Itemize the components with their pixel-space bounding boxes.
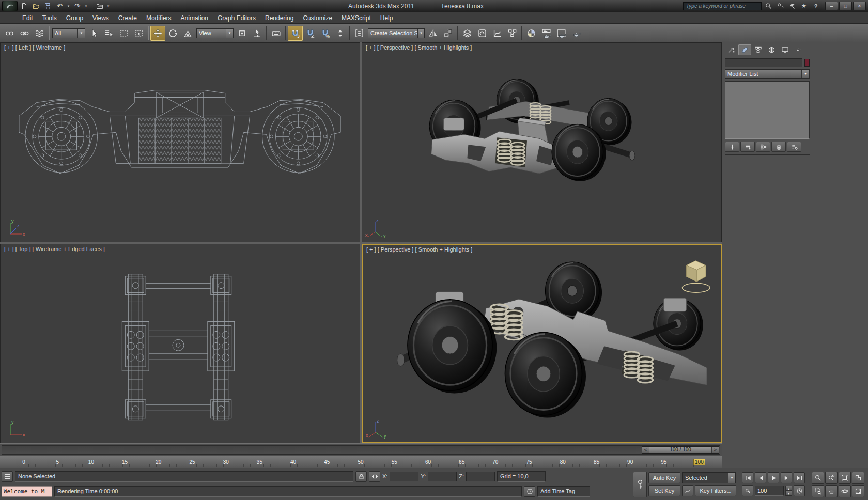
viewport-label[interactable]: [ + ] [ Top ] [ Wireframe + Edged Faces … [4,246,105,252]
time-slider-handle[interactable]: < 100 / 100 > [642,446,719,454]
bogie-wireframe-top[interactable] [122,274,234,420]
key-mode-toggle-button[interactable] [742,485,753,496]
select-and-link-button[interactable] [2,26,17,41]
left-view-canvas[interactable] [1,43,360,242]
object-color-swatch[interactable] [804,59,810,67]
named-selection-sets-dropdown[interactable]: Create Selection Se ▾ [368,28,425,38]
time-tag-clock-button[interactable] [524,486,535,497]
current-frame-input[interactable] [755,486,784,496]
viewport-label[interactable]: [ + ] [ Perspective ] [ Smooth + Highlig… [366,246,472,253]
zoom-button[interactable] [812,472,824,484]
edit-named-selection-sets-button[interactable] [352,26,367,41]
tab-hierarchy[interactable] [752,44,765,55]
object-name-input[interactable] [725,58,802,67]
time-configuration-button[interactable] [794,485,805,496]
select-object-button[interactable] [86,26,101,41]
y-coordinate-input[interactable] [428,472,457,481]
frame-tick-label[interactable]: 95 [660,459,668,465]
key-filters-button[interactable]: Key Filters... [695,485,736,496]
search-input[interactable] [683,2,762,10]
previous-frame-arrow[interactable]: < [642,447,649,453]
angle-snap-toggle-button[interactable] [303,26,318,41]
select-by-name-button[interactable] [101,26,116,41]
next-frame-arrow[interactable]: > [711,447,719,453]
frame-tick-label[interactable]: 15 [121,459,129,465]
unlink-selection-button[interactable] [17,26,32,41]
previous-frame-button[interactable] [755,472,766,483]
x-coordinate-input[interactable] [390,472,419,481]
keyboard-shortcut-override-toggle[interactable] [269,26,284,41]
frame-tick-label[interactable]: 70 [491,459,500,465]
mini-listener-toggle-button[interactable] [2,471,13,482]
snaps-toggle-button[interactable]: 3 [288,26,303,41]
bind-to-space-warp-button[interactable] [32,26,47,41]
spinner-down-icon[interactable]: ▾ [785,491,792,496]
frame-tick-label[interactable]: 45 [323,459,331,465]
menu-item[interactable]: Animation [176,13,213,23]
viewport-top-right[interactable]: [ + ] [ Perspective ] [ Smooth + Highlig… [362,42,722,242]
frame-tick-label[interactable]: 85 [592,459,600,465]
frame-tick-label[interactable]: 0 [20,459,28,465]
menu-item[interactable]: Create [114,13,142,23]
perspective-view-canvas[interactable] [362,43,721,242]
viewport-label[interactable]: [ + ] [ Perspective ] [ Smooth + Highlig… [366,44,472,51]
zoom-all-button[interactable] [825,472,838,484]
zoom-extents-button[interactable] [839,472,851,484]
frame-tick-label[interactable]: 65 [458,459,466,465]
go-to-end-button[interactable] [794,472,805,483]
frame-tick-label[interactable]: 10 [87,459,95,465]
zoom-region-button[interactable] [812,485,824,497]
open-file-button[interactable] [30,1,41,11]
set-keys-button[interactable] [633,472,647,497]
select-and-move-button[interactable] [150,26,165,41]
frame-tick-label[interactable]: 50 [357,459,365,465]
tab-display[interactable] [779,44,792,55]
minimize-button[interactable]: – [825,2,838,10]
subscription-center-button[interactable] [775,2,785,11]
render-production-button[interactable] [569,26,584,41]
save-file-button[interactable] [42,1,53,11]
default-tangents-button[interactable] [682,485,693,496]
rectangular-selection-region-button[interactable] [116,26,131,41]
frame-tick-label[interactable]: 40 [289,459,298,465]
viewport-top-left[interactable]: [ + ] [ Left ] [ Wireframe ] y x z [0,42,360,242]
play-animation-button[interactable] [768,472,779,483]
bogie-model[interactable] [397,261,707,417]
select-and-rotate-button[interactable] [165,26,180,41]
next-frame-button[interactable] [781,472,792,483]
spinner-up-icon[interactable]: ▴ [785,486,792,491]
undo-button[interactable]: ↶ [54,1,65,11]
menu-item[interactable]: Group [61,13,88,23]
frame-tick-label[interactable]: 20 [154,459,163,465]
viewport-bottom-left[interactable]: [ + ] [ Top ] [ Wireframe + Edged Faces … [0,244,360,444]
select-and-manipulate-button[interactable] [250,26,265,41]
menu-item[interactable]: Edit [18,13,38,23]
frame-tick-label[interactable]: 75 [525,459,533,465]
schematic-view-button[interactable] [505,26,520,41]
application-menu-button[interactable] [2,1,18,11]
frame-tick-label[interactable]: 35 [255,459,264,465]
menu-item[interactable]: Views [88,13,114,23]
material-editor-button[interactable] [524,26,539,41]
set-key-button[interactable]: Set Key [648,485,680,496]
frame-tick-label[interactable]: 60 [424,459,432,465]
new-scene-button[interactable] [19,1,29,11]
selection-filter-dropdown[interactable]: All ▾ [52,28,85,38]
frame-tick-label[interactable]: 30 [222,459,230,465]
menu-item[interactable]: Tools [38,13,61,23]
top-view-canvas[interactable] [1,244,360,443]
orbit-button[interactable] [839,485,851,497]
align-button[interactable] [441,26,456,41]
selection-lock-toggle[interactable] [355,471,367,482]
project-dropdown-caret[interactable]: ▾ [106,4,111,8]
key-mode-dropdown[interactable]: Selected ▾ [682,472,736,483]
undo-dropdown-caret[interactable]: ▾ [66,4,71,8]
helper-gizmo[interactable] [682,260,710,292]
bogie-model[interactable] [429,79,635,181]
remove-modifier-button[interactable] [771,142,786,152]
modifier-list-dropdown[interactable]: Modifier List ▾ [725,69,810,79]
mirror-button[interactable] [426,26,441,41]
tab-motion[interactable] [765,44,778,55]
viewport-label[interactable]: [ + ] [ Left ] [ Wireframe ] [4,44,65,51]
make-unique-button[interactable] [756,142,770,152]
